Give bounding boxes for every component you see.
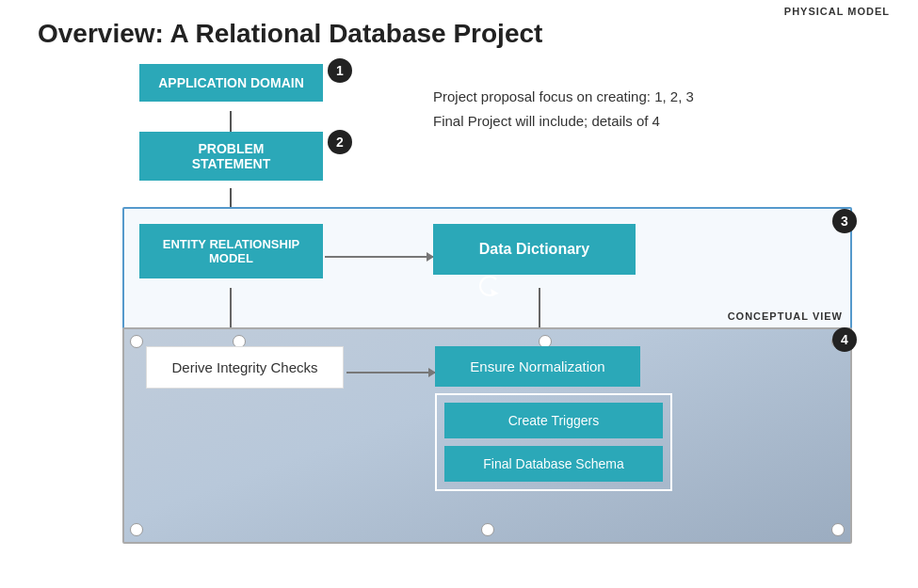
inner-triggers-box: Create Triggers Final Database Schema (435, 393, 672, 491)
app-domain-box: APPLICATION DOMAIN (139, 64, 323, 102)
badge-2: 2 (328, 130, 352, 154)
corner-bl (130, 523, 143, 536)
corner-tl (130, 335, 143, 348)
arrow-di-en (346, 372, 435, 373)
problem-statement-container: PROBLEM STATEMENT (139, 132, 323, 181)
ensure-normalization-box: Ensure Normalization (435, 346, 640, 387)
connector-v1 (230, 111, 232, 132)
slide: Overview: A Relational Database Project … (0, 0, 918, 588)
problem-statement-box: PROBLEM STATEMENT (139, 132, 323, 181)
badge-3: 3 (832, 209, 857, 233)
circular-arrow-icon (479, 276, 500, 296)
erm-box: ENTITY RELATIONSHIP MODEL (139, 224, 323, 278)
app-domain-container: APPLICATION DOMAIN (139, 64, 323, 102)
data-dictionary-box: Data Dictionary (433, 224, 636, 275)
conceptual-label: CONCEPTUAL VIEW (728, 310, 843, 322)
physical-label: PHYSICAL MODEL (784, 6, 890, 17)
page-title: Overview: A Relational Database Project (38, 19, 890, 49)
right-text-line1: Project proposal focus on creating: 1, 2… (433, 85, 694, 109)
corner-br (831, 523, 845, 536)
create-triggers-box: Create Triggers (444, 403, 663, 438)
final-schema-box: Final Database Schema (444, 446, 663, 482)
corner-bm (481, 523, 494, 536)
badge-4: 4 (832, 327, 857, 352)
right-text-line2: Final Project will include; details of 4 (433, 109, 694, 134)
derive-integrity-box: Derive Integrity Checks (146, 346, 344, 389)
arrow-erm-dd (325, 256, 433, 258)
right-text-block: Project proposal focus on creating: 1, 2… (433, 85, 694, 133)
connector-v2 (230, 188, 232, 209)
badge-1: 1 (328, 58, 352, 83)
